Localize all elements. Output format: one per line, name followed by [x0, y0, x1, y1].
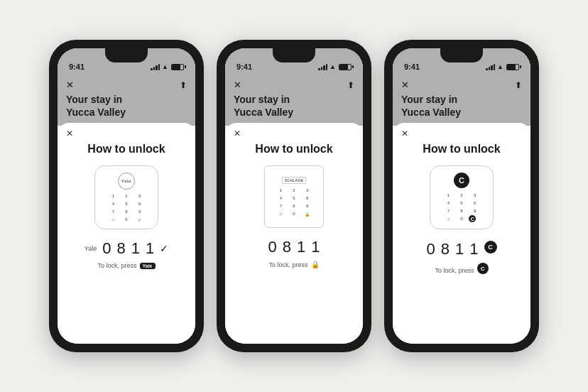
passcode-row-1: Yale 0 8 1 1 ✓ [85, 241, 168, 256]
connected-brand-c: C [454, 173, 469, 188]
digit-8-2: 8 [283, 239, 291, 255]
status-icons-3: ▲ [486, 63, 519, 70]
key-5: 5 [288, 195, 300, 202]
instruction-text-1: To lock, press [97, 262, 136, 269]
key-3: 3 [469, 192, 481, 198]
header-controls-2: ✕ ⬆ [234, 80, 354, 90]
digit-1b-3: 1 [469, 241, 478, 257]
signal-bar [151, 68, 153, 70]
signal-bar [491, 65, 493, 70]
close-button-1[interactable]: ✕ [66, 80, 74, 90]
signal-bar [486, 68, 488, 70]
lock-icon: 🔒 [311, 261, 320, 268]
digit-1b-1: 1 [146, 241, 154, 256]
lock-instruction-2: To lock, press 🔒 [268, 261, 319, 268]
key-0: 0 [288, 211, 300, 217]
key-0: 0 [456, 215, 468, 222]
share-button-3[interactable]: ⬆ [515, 80, 522, 90]
panel-close-1[interactable]: ✕ [66, 129, 73, 138]
phones-container: 9:41 ▲ ✕ ⬆ [35, 26, 553, 366]
close-button-2[interactable]: ✕ [234, 80, 241, 90]
content-panel-3: ✕ How to unlock C 1 2 3 4 5 6 7 8 9 ⌂ [393, 123, 530, 344]
key-5: 5 [121, 201, 133, 207]
header-controls-3: ✕ ⬆ [401, 80, 522, 90]
key-home: ⌂ [107, 217, 119, 223]
schlage-brand-label: SCHLAGE [282, 177, 307, 184]
digit-0-1: 0 [102, 241, 111, 256]
key-8: 8 [288, 203, 300, 209]
signal-bars-3 [486, 63, 495, 70]
signal-bar [158, 64, 160, 70]
key-4: 4 [275, 195, 287, 202]
panel-title-3: How to unlock [423, 143, 500, 156]
key-2: 2 [121, 193, 133, 200]
signal-bar [156, 65, 158, 70]
battery-icon-2 [339, 64, 352, 70]
digit-8-3: 8 [441, 241, 450, 257]
header-title-2: Your stay inYucca Valley [234, 93, 354, 119]
close-button-3[interactable]: ✕ [401, 80, 409, 90]
instruction-text-3: To lock, press [435, 267, 474, 274]
key-3: 3 [134, 193, 146, 200]
key-8: 8 [121, 209, 133, 215]
keypad-grid-3: 1 2 3 4 5 6 7 8 9 ⌂ 0 C [442, 192, 481, 222]
key-7: 7 [275, 203, 287, 209]
passcode-row-2: 0 8 1 1 [268, 239, 320, 255]
lock-illustration-yale: Yale 1 2 3 4 5 6 7 8 9 ⌂ 0 ✓ [94, 165, 158, 229]
instruction-text-2: To lock, press [268, 261, 307, 268]
share-button-1[interactable]: ⬆ [180, 80, 187, 90]
key-3: 3 [301, 187, 313, 194]
digit-1-3: 1 [455, 241, 464, 257]
digit-0-3: 0 [427, 241, 435, 257]
key-9: 9 [301, 203, 313, 209]
key-4: 4 [442, 200, 454, 206]
lock-illustration-schlage: SCHLAGE 1 2 3 4 5 6 7 8 9 ⌂ 0 🔒 [264, 165, 324, 228]
key-9: 9 [469, 207, 481, 214]
c-badge-passcode: C [484, 241, 497, 254]
header-title-1: Your stay inYucca Valley [66, 93, 187, 119]
panel-close-3[interactable]: ✕ [401, 129, 408, 138]
signal-bar [326, 64, 328, 70]
signal-bar [321, 67, 323, 70]
digit-1-1: 1 [131, 241, 140, 256]
signal-bar [153, 67, 156, 70]
phone-screen-1: 9:41 ▲ ✕ ⬆ [58, 48, 195, 344]
share-button-2[interactable]: ⬆ [347, 80, 354, 90]
signal-bar [318, 68, 320, 70]
panel-close-2[interactable]: ✕ [234, 129, 241, 138]
app-header-2: ✕ ⬆ Your stay inYucca Valley [225, 75, 363, 126]
digit-1-2: 1 [297, 239, 305, 255]
lock-illustration-connected: C 1 2 3 4 5 6 7 8 9 ⌂ 0 C [430, 165, 494, 229]
phone-screen-2: 9:41 ▲ ✕ ⬆ [225, 48, 363, 344]
wifi-icon-3: ▲ [497, 63, 503, 70]
app-header-1: ✕ ⬆ Your stay inYucca Valley [58, 75, 195, 126]
lock-instruction-1: To lock, press Yale [97, 262, 155, 269]
key-4: 4 [107, 201, 119, 207]
status-icons-1: ▲ [151, 63, 184, 70]
brand-label-1: Yale [85, 245, 97, 252]
app-header-3: ✕ ⬆ Your stay inYucca Valley [393, 75, 530, 126]
wifi-icon-2: ▲ [330, 63, 336, 70]
signal-bars-1 [151, 63, 160, 70]
key-9: 9 [134, 209, 146, 215]
passcode-row-3: 0 8 1 1 C [427, 241, 497, 257]
keypad-grid-1: 1 2 3 4 5 6 7 8 9 ⌂ 0 ✓ [107, 193, 146, 223]
c-badge-instruction: C [477, 263, 489, 274]
key-2: 2 [456, 192, 468, 198]
header-controls-1: ✕ ⬆ [66, 80, 187, 90]
panel-title-1: How to unlock [87, 143, 165, 156]
key-5: 5 [456, 200, 468, 206]
key-2: 2 [288, 187, 300, 194]
key-home: ⌂ [275, 211, 287, 217]
key-7: 7 [107, 209, 119, 215]
key-c: C [469, 215, 476, 222]
content-panel-2: ✕ How to unlock SCHLAGE 1 2 3 4 5 6 7 8 … [225, 123, 363, 344]
key-home: ⌂ [442, 215, 454, 222]
status-bar-2: 9:41 ▲ [225, 55, 363, 75]
key-0: 0 [121, 217, 133, 223]
digit-1b-2: 1 [311, 239, 320, 255]
battery-icon-3 [506, 64, 519, 70]
status-bar-3: 9:41 ▲ [393, 55, 530, 75]
header-title-3: Your stay inYucca Valley [401, 93, 522, 119]
digit-0-2: 0 [268, 239, 277, 255]
